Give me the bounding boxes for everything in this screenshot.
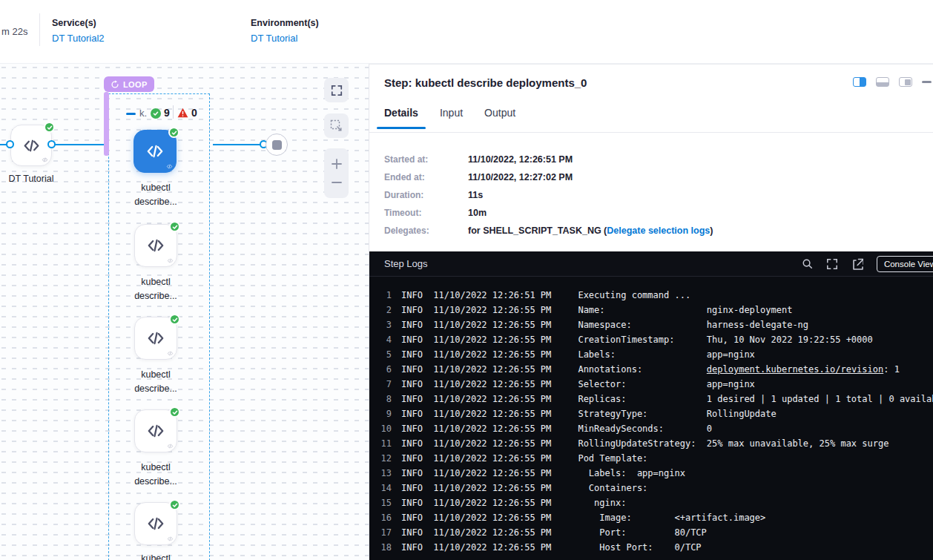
log-line-number: 15 [380, 498, 392, 508]
delegate-selection-logs-link[interactable]: Delegate selection logs [607, 225, 710, 236]
marquee-select-icon [330, 119, 343, 132]
step-detail-tabs: DetailsInputOutput [384, 107, 515, 129]
step-node-kubectl-describe[interactable] [134, 224, 177, 267]
success-badge [168, 127, 179, 138]
pipeline-end-node[interactable] [266, 134, 288, 156]
layout-bottom-view-button[interactable] [876, 77, 889, 87]
step-logs-panel: Step Logs Console View 1INFO 11/10/2022 … [369, 251, 933, 560]
log-annotation-link[interactable]: deployment.kubernetes.io/revision [707, 364, 883, 375]
stop-square-icon [272, 140, 282, 150]
log-line: 14INFO 11/10/2022 12:26:55 PM Containers… [380, 483, 933, 498]
layout-right-view-button[interactable] [853, 77, 866, 87]
connector-point [47, 140, 56, 148]
step-node-label: kubectldescribe... [111, 181, 200, 209]
log-line: 18INFO 11/10/2022 12:26:55 PM Host Port:… [380, 542, 933, 557]
log-line-number: 18 [380, 542, 392, 553]
open-in-new-tab-button[interactable] [851, 258, 863, 270]
success-badge [44, 122, 55, 133]
log-line-number: 13 [380, 468, 392, 478]
log-line-number: 11 [380, 438, 392, 449]
log-line-number: 8 [380, 394, 392, 404]
loop-icon [111, 80, 119, 89]
step-type-icon [167, 350, 174, 357]
step-node-kubectl-describe[interactable] [134, 317, 177, 360]
services-block: Service(s) DT Tutorial2 [52, 18, 105, 44]
log-line-number: 14 [380, 483, 392, 493]
tab-input[interactable]: Input [440, 107, 463, 129]
collapse-group-button[interactable] [126, 113, 136, 115]
loop-badge: LOOP [104, 76, 154, 92]
log-line: 12INFO 11/10/2022 12:26:55 PM Pod Templa… [380, 453, 933, 468]
node-label: DT Tutorial [0, 172, 76, 186]
log-line-number: 6 [380, 364, 392, 375]
log-line-number: 16 [380, 513, 392, 523]
success-badge [169, 406, 180, 418]
environment-link[interactable]: DT Tutorial [251, 33, 319, 44]
success-badge [169, 499, 180, 510]
zoom-in-button[interactable] [331, 158, 343, 170]
pipeline-summary-bar: m 22s Service(s) DT Tutorial2 Environmen… [0, 0, 933, 64]
environments-label: Environment(s) [251, 18, 319, 28]
log-line: 5INFO 11/10/2022 12:26:55 PM Labels: app… [380, 349, 933, 364]
step-node-kubectl-describe[interactable] [134, 409, 177, 452]
step-node-label: kubectldescribe... [111, 461, 200, 489]
log-output: 1INFO 11/10/2022 12:26:51 PM Executing c… [369, 277, 933, 557]
detail-label: Timeout: [384, 208, 468, 218]
step-node-kubectl-describe[interactable] [133, 130, 177, 173]
log-line: 6INFO 11/10/2022 12:26:55 PM Annotations… [380, 364, 933, 379]
panel-layout-controls [853, 77, 932, 87]
detail-value: 11/10/2022, 12:27:02 PM [468, 172, 713, 182]
log-line: 7INFO 11/10/2022 12:26:55 PM Selector: a… [380, 379, 933, 394]
stage-name-abbrev: k. [139, 108, 147, 119]
canvas-fullscreen-button[interactable] [324, 78, 349, 102]
log-line: 13INFO 11/10/2022 12:26:55 PM Labels: ap… [380, 468, 933, 483]
log-line: 4INFO 11/10/2022 12:26:55 PM CreationTim… [380, 335, 933, 349]
warning-icon [177, 108, 188, 118]
log-line-number: 5 [380, 349, 392, 360]
success-count: 9 [164, 107, 170, 119]
log-line: 11INFO 11/10/2022 12:26:55 PM RollingUpd… [380, 438, 933, 453]
zoom-out-button[interactable] [331, 177, 343, 188]
success-status-icon [151, 108, 161, 119]
step-type-icon [166, 163, 173, 170]
panel-minimize-button[interactable] [922, 81, 932, 83]
log-fullscreen-button[interactable] [826, 258, 838, 270]
edge-line [213, 144, 260, 145]
error-count: 0 [191, 107, 197, 119]
services-label: Service(s) [52, 18, 105, 28]
pipeline-graph-canvas[interactable]: LOOP k. 9 0 DT Tutorial kubectldescribe.… [0, 64, 369, 560]
node-dt-tutorial[interactable] [10, 125, 52, 166]
tab-output[interactable]: Output [484, 107, 515, 129]
log-line-number: 3 [380, 320, 392, 330]
detail-value: 11s [468, 190, 713, 200]
detail-value: 10m [468, 208, 713, 218]
service-link[interactable]: DT Tutorial2 [52, 33, 105, 44]
step-node-label: kubectldescribe... [111, 275, 200, 303]
divider [39, 13, 40, 46]
elapsed-time: m 22s [1, 26, 27, 37]
detail-value: for SHELL_SCRIPT_TASK_NG (Delegate selec… [468, 225, 713, 236]
log-line: 16INFO 11/10/2022 12:26:55 PM Image: <+a… [380, 513, 933, 527]
success-badge [169, 314, 180, 325]
log-line: 17INFO 11/10/2022 12:26:55 PM Port: 80/T… [380, 527, 933, 542]
step-node-kubectl-describe[interactable] [134, 502, 177, 545]
log-line: 15INFO 11/10/2022 12:26:55 PM nginx: [380, 498, 933, 513]
detail-label: Started at: [384, 154, 468, 165]
tab-details[interactable]: Details [384, 107, 418, 129]
stage-lane-bar [104, 92, 109, 156]
detail-label: Duration: [384, 190, 468, 200]
step-logs-header: Step Logs Console View [369, 251, 933, 277]
step-details-panel: Step: kubectl describe deployments_0 Det… [369, 64, 933, 560]
log-line-number: 7 [380, 379, 392, 389]
zoom-controls [324, 148, 349, 198]
marquee-select-button[interactable] [324, 113, 349, 138]
step-type-icon [42, 157, 48, 163]
layout-minimized-view-button[interactable] [899, 77, 912, 87]
code-icon [22, 136, 41, 155]
log-search-button[interactable] [802, 258, 813, 269]
log-line: 8INFO 11/10/2022 12:26:55 PM Replicas: 1… [380, 394, 933, 409]
log-line-number: 2 [380, 305, 392, 315]
console-view-button[interactable]: Console View [877, 256, 933, 272]
log-line-number: 10 [380, 424, 392, 434]
divider [369, 132, 933, 133]
